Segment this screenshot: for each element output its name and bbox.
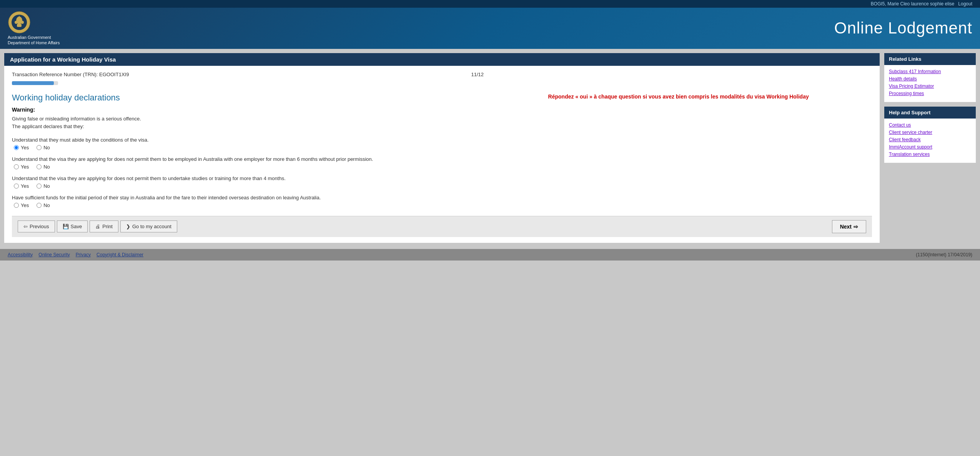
declaration-item-2: Understand that the visa they are applyi… (12, 156, 872, 170)
declaration-text-3: Understand that the visa they are applyi… (12, 175, 872, 181)
radio-no-input-3[interactable] (37, 184, 42, 189)
logout-link[interactable]: Logout (958, 1, 972, 7)
footer-online-security[interactable]: Online Security (38, 252, 70, 257)
trn-text: Transaction Reference Number (TRN): EGOO… (12, 72, 129, 77)
go-to-account-button[interactable]: ❯ Go to my account (120, 220, 177, 232)
progress-bar-fill (12, 81, 54, 85)
footer-version: (1150(Internet) 17/04/2019) (916, 252, 972, 257)
footer-accessibility[interactable]: Accessibility (8, 252, 33, 257)
account-icon: ❯ (126, 224, 130, 229)
declarations-section: Understand that they must abide by the c… (12, 137, 872, 208)
radio-no-input-2[interactable] (37, 164, 42, 169)
related-links-header: Related Links (884, 53, 976, 65)
declaration-text-4: Have sufficient funds for the initial pe… (12, 195, 872, 200)
svg-point-5 (21, 21, 24, 24)
form-body: Transaction Reference Number (TRN): EGOO… (4, 66, 880, 243)
print-button[interactable]: 🖨 Print (90, 220, 118, 232)
link-health-details[interactable]: Health details (889, 76, 971, 82)
declaration-item-1: Understand that they must abide by the c… (12, 137, 872, 150)
declaration-radio-group-3: Yes No (14, 183, 872, 189)
trn-row: Transaction Reference Number (TRN): EGOO… (12, 72, 872, 77)
declaration-item-3: Understand that the visa they are applyi… (12, 175, 872, 189)
svg-rect-6 (17, 24, 22, 27)
related-links-box: Related Links Subclass 417 Information H… (884, 53, 976, 102)
form-header: Application for a Working Holiday Visa (4, 53, 880, 66)
link-translation-services[interactable]: Translation services (889, 152, 971, 157)
link-subclass-417[interactable]: Subclass 417 Information (889, 69, 971, 74)
radio-yes-1[interactable]: Yes (14, 145, 29, 150)
declaration-radio-group-4: Yes No (14, 202, 872, 208)
declaration-text-2: Understand that the visa they are applyi… (12, 156, 872, 162)
warning-block: Warning: (12, 107, 872, 113)
next-button[interactable]: Next ⇨ (832, 220, 866, 233)
link-client-service-charter[interactable]: Client service charter (889, 130, 971, 135)
radio-yes-input-3[interactable] (14, 184, 19, 189)
warning-label: Warning: (12, 107, 35, 113)
next-icon: ⇨ (854, 224, 858, 230)
progress-bar-container (12, 81, 58, 85)
save-button[interactable]: 💾 Save (57, 220, 88, 232)
logo-text: Australian Government Department of Home… (8, 35, 60, 46)
logo-crest-icon (8, 11, 31, 34)
radio-yes-3[interactable]: Yes (14, 183, 29, 189)
footer-links: Accessibility Online Security Privacy Co… (8, 252, 143, 257)
related-links-body: Subclass 417 Information Health details … (884, 65, 976, 102)
applicant-declares: The applicant declares that they: (12, 124, 872, 129)
button-bar: ⇦ Previous 💾 Save 🖨 Print ❯ Go to my acc… (12, 216, 872, 237)
help-support-header: Help and Support (884, 107, 976, 119)
user-info: BOGI5, Marie Cleo laurence sophie elise (871, 1, 954, 7)
radio-no-1[interactable]: No (37, 145, 50, 150)
help-support-body: Contact us Client service charter Client… (884, 119, 976, 163)
french-notice: Répondez « oui » à chaque question si vo… (485, 93, 872, 101)
page-title: Online Lodgement (834, 19, 972, 37)
radio-yes-4[interactable]: Yes (14, 202, 29, 208)
button-bar-left: ⇦ Previous 💾 Save 🖨 Print ❯ Go to my acc… (18, 220, 177, 232)
footer-copyright[interactable]: Copyright & Disclaimer (97, 252, 143, 257)
radio-no-input-1[interactable] (37, 145, 42, 150)
radio-yes-input-1[interactable] (14, 145, 19, 150)
sidebar: Related Links Subclass 417 Information H… (884, 53, 976, 243)
svg-point-4 (15, 21, 18, 24)
declaration-radio-group-1: Yes No (14, 145, 872, 150)
previous-button[interactable]: ⇦ Previous (18, 220, 55, 232)
link-client-feedback[interactable]: Client feedback (889, 137, 971, 142)
link-immiaccount-support[interactable]: ImmiAccount support (889, 144, 971, 150)
radio-no-input-4[interactable] (37, 203, 42, 208)
declaration-item-4: Have sufficient funds for the initial pe… (12, 195, 872, 208)
content-area: Application for a Working Holiday Visa T… (4, 53, 880, 243)
page-header: Australian Government Department of Home… (0, 8, 980, 49)
radio-yes-input-2[interactable] (14, 164, 19, 169)
declaration-text-1: Understand that they must abide by the c… (12, 137, 872, 143)
form-header-title: Application for a Working Holiday Visa (10, 56, 116, 63)
declaration-radio-group-2: Yes No (14, 164, 872, 170)
help-support-box: Help and Support Contact us Client servi… (884, 106, 976, 163)
footer: Accessibility Online Security Privacy Co… (0, 249, 980, 261)
page-indicator: 11/12 (129, 72, 826, 77)
radio-yes-input-4[interactable] (14, 203, 19, 208)
radio-no-4[interactable]: No (37, 202, 50, 208)
print-icon: 🖨 (95, 224, 100, 229)
warning-text1: Giving false or misleading information i… (12, 116, 872, 122)
link-contact-us[interactable]: Contact us (889, 122, 971, 128)
logo-container: Australian Government Department of Home… (8, 11, 60, 46)
radio-no-2[interactable]: No (37, 164, 50, 170)
main-container: Application for a Working Holiday Visa T… (0, 49, 980, 247)
link-visa-pricing[interactable]: Visa Pricing Estimator (889, 84, 971, 89)
radio-no-3[interactable]: No (37, 183, 50, 189)
previous-icon: ⇦ (23, 224, 28, 229)
save-icon: 💾 (63, 224, 69, 229)
radio-yes-2[interactable]: Yes (14, 164, 29, 170)
link-processing-times[interactable]: Processing times (889, 91, 971, 96)
footer-privacy[interactable]: Privacy (76, 252, 91, 257)
user-bar: BOGI5, Marie Cleo laurence sophie elise … (0, 0, 980, 8)
